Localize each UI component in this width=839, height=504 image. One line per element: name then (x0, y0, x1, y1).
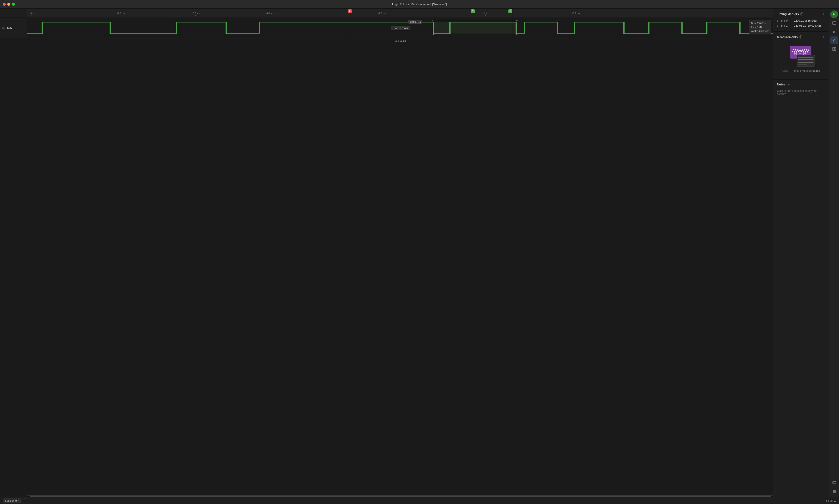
svg-rect-12 (835, 49, 836, 51)
maximize-button[interactable] (12, 3, 15, 6)
channel-header (0, 8, 27, 18)
timing-markers-title: Timing Markers ? (777, 12, 803, 16)
p1-value: Δ49.96 µs (20.02 kHz) (793, 24, 821, 28)
marker-badge-1b[interactable]: 1 (508, 10, 512, 13)
comment-icon (833, 481, 836, 484)
svg-rect-9 (833, 48, 834, 49)
notes-placeholder[interactable]: Click to add a description of your captu… (777, 88, 825, 96)
timeline-ruler[interactable]: +0 s +0.6 ms +0.7 ms +0.8 ms +0.9 ms +1 … (28, 8, 773, 18)
digital-button[interactable]: 1F (831, 28, 838, 36)
traffic-lights (3, 3, 15, 6)
time-span-label: 200.01 µs (395, 39, 406, 42)
scrollbar-thumb[interactable] (30, 496, 771, 497)
window-title: Logic 2 [Logic16 - Connected] [Session 0… (392, 2, 447, 6)
measurements-table-icon (797, 55, 815, 67)
measurements-add-button[interactable]: + (821, 35, 825, 39)
scope-button[interactable] (831, 19, 838, 27)
p0-arrow: → (789, 20, 792, 22)
waveform-track[interactable]: 150.05 µs Drag to zoom Duty: 75.02 % Fre… (28, 18, 773, 38)
p0-value: Δ200.01 µs (5 kHz) (793, 19, 817, 22)
timing-marker-p0[interactable]: ▶ P0 → Δ200.01 µs (5 kHz) (777, 18, 825, 23)
waveform-empty (28, 43, 773, 496)
p1-dot (781, 25, 783, 26)
session-tab[interactable]: Session 0 × (3, 499, 21, 503)
waveform-info-box: Duty: 75.02 % Freq: 5 kHz width¹: 6.664 … (749, 20, 771, 34)
p0-label: P0 (784, 19, 788, 22)
measurements-placeholder: Click "+" to add Measurements (777, 41, 825, 76)
p0-expand: ▶ (777, 20, 779, 22)
info-duty: Duty: 75.02 % (751, 21, 769, 25)
waveform-marker-line-0 (352, 18, 352, 38)
measurements-icon-area (787, 45, 815, 67)
info-width: width¹: 6.664 kHz (751, 29, 769, 33)
svg-rect-11 (833, 49, 834, 51)
pulse-time-label: 150.05 µs (408, 20, 422, 24)
channel-number: D0 (2, 26, 5, 29)
title-bar: Logic 2 [Logic16 - Connected] [Session 0… (0, 0, 839, 8)
edit-button[interactable] (831, 36, 838, 44)
timing-marker-p1[interactable]: ▶ P1 → Δ49.96 µs (20.02 kHz) (777, 23, 825, 28)
ruler-tick-01ms: +0.1 ms (572, 12, 580, 16)
menu-icon (833, 490, 836, 493)
waveform-marker-line-1b (512, 18, 512, 38)
measurements-header: Measurements ? + (777, 35, 825, 39)
right-panel: Timing Markers ? + ▶ P0 → Δ200.01 µs (5 … (773, 8, 829, 497)
time-label-bar: 200.01 µs (28, 38, 773, 43)
ruler-tick-08ms: +0.8 ms (266, 12, 274, 16)
info-freq: Freq: 5 kHz (751, 25, 769, 29)
right-toolbar: 1F (829, 8, 839, 497)
timing-markers-header: Timing Markers ? + (777, 12, 825, 16)
marker-badge-1a[interactable]: 1 (471, 10, 475, 13)
play-icon (833, 13, 836, 16)
sample-rate: 53 µs ▲ (826, 499, 837, 502)
svg-rect-7 (833, 22, 836, 24)
minimize-button[interactable] (7, 3, 10, 6)
svg-marker-4 (429, 20, 433, 21)
menu-button[interactable] (831, 488, 838, 496)
measurements-title: Measurements ? (777, 35, 802, 39)
bottom-bar: Session 0 × + 53 µs ▲ (0, 497, 839, 504)
svg-marker-6 (833, 13, 835, 16)
notes-header: Notes ? (777, 83, 825, 86)
timing-markers-add-button[interactable]: + (821, 12, 825, 16)
scrollbar-track[interactable] (28, 496, 773, 497)
comment-button[interactable] (831, 479, 838, 487)
close-button[interactable] (3, 3, 6, 6)
ruler-tick-07ms: +0.7 ms (192, 12, 200, 16)
table-line-4 (798, 62, 814, 63)
p1-arrow: → (789, 24, 792, 27)
ruler-tick-1ms: +1 ms (482, 12, 489, 16)
channel-labels: D0 IO5 (0, 8, 28, 497)
digital-icon: 1F (833, 30, 836, 33)
timing-markers-section: Timing Markers ? + ▶ P0 → Δ200.01 µs (5 … (773, 8, 829, 32)
extension-button[interactable] (831, 45, 838, 53)
svg-rect-10 (835, 48, 836, 49)
timing-markers-help-icon[interactable]: ? (800, 12, 803, 16)
table-line-5 (798, 64, 807, 65)
add-session-button[interactable]: + (23, 499, 28, 503)
marker-line-1b (512, 8, 512, 18)
scope-icon (832, 21, 836, 24)
svg-marker-5 (516, 20, 520, 21)
marker-line-0 (352, 8, 352, 18)
notes-section: Notes ? Click to add a description of yo… (773, 79, 829, 100)
record-button[interactable] (831, 11, 838, 18)
table-line-2 (798, 59, 814, 60)
marker-badge-0[interactable]: 0 (348, 10, 352, 13)
table-line-1 (798, 57, 814, 58)
extension-icon (833, 47, 836, 51)
sample-rate-chevron[interactable]: ▲ (834, 499, 836, 502)
notes-help-icon[interactable]: ? (787, 83, 790, 86)
session-tab-close[interactable]: × (18, 500, 19, 502)
channel-row[interactable]: D0 IO5 (0, 18, 27, 38)
edit-icon (833, 39, 836, 42)
channel-empty (0, 38, 27, 497)
svg-line-8 (835, 39, 835, 39)
waveform-container: +0 s +0.6 ms +0.7 ms +0.8 ms +0.9 ms +1 … (28, 8, 773, 497)
measurements-hint: Click "+" to add Measurements (783, 69, 820, 72)
table-line-3 (798, 60, 807, 61)
measurements-help-icon[interactable]: ? (799, 35, 802, 38)
notes-title: Notes ? (777, 83, 790, 86)
waveform-svg (28, 18, 773, 38)
channel-name: IO5 (7, 26, 12, 30)
